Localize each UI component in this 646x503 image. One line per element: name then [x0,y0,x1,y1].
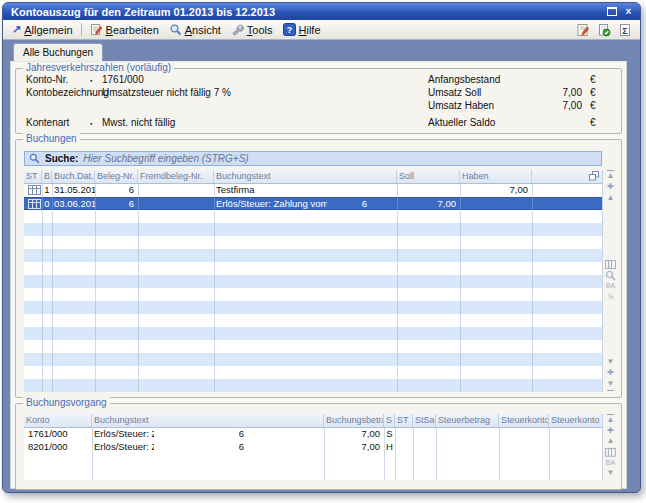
cell-konto: 8201/000 [24,441,92,454]
row-up-icon[interactable]: ▲ [607,193,615,204]
search-icon [29,153,40,164]
row-up-icon[interactable]: ▲ [607,436,615,447]
bullet-icon: ▪ [90,75,92,87]
col-soll[interactable]: Soll [397,170,460,183]
col-haben[interactable]: Haben [460,170,532,183]
empty-row [24,379,602,392]
help-icon: ? [283,23,296,36]
bullet-icon: ▪ [90,88,92,100]
cell-s: H [384,441,395,454]
fraction-icon[interactable]: ⅞ [608,292,614,303]
workspace: Alle Buchungen Jahresverkehrszahlen (vor… [3,40,640,493]
close-button[interactable]: × [621,5,636,18]
field-kontobezeichnung-label: Kontobezeichnung [26,87,109,99]
menu-separator [81,23,82,36]
columns-icon[interactable] [605,259,616,270]
row-down-icon[interactable]: ▼ [607,468,615,479]
field-umsatz-soll-value: 7,00 [486,87,582,99]
cell-b: 0 [42,198,52,211]
group-jahresverkehrszahlen: Jahresverkehrszahlen (vorläufig) Konto-N… [15,68,622,134]
notes-icon[interactable] [576,23,590,37]
cell-haben [460,198,532,211]
col-beleg-nr[interactable]: Beleg-Nr. [95,170,138,183]
empty-row [24,236,602,249]
bookings-side-toolbar: ▲ ✚ ▲ BA ⅞ ▼ ✚ ▼ [604,170,617,391]
cell-konto: 1761/000 [24,428,92,441]
col-extra [532,170,602,183]
empty-row [24,314,602,327]
approve-doc-icon[interactable] [597,23,611,37]
magnifier-icon [169,23,182,36]
menu-ansicht[interactable]: Ansicht [164,22,226,37]
row-down-icon[interactable]: ▼ [607,357,615,368]
col-buchdat[interactable]: Buch.Dat. [52,170,95,183]
cell-betrag: 7,00 [324,441,384,454]
empty-row [24,249,602,262]
currency-symbol: € [590,100,596,112]
col-st[interactable]: ST [395,414,413,427]
cell-text: Erlös/Steuer: Zahlung vom: 03.06.2013/ B… [94,428,154,441]
page-up-icon[interactable]: ✚ [607,182,614,193]
empty-row [24,454,602,467]
field-kontenart-value: Mwst. nicht fällig [102,117,175,129]
transaction-table: Konto Buchungstext Buchungsbetrag S ST S… [24,414,603,480]
ba-icon[interactable]: BA [606,458,615,469]
menu-tools-label: Tools [247,24,273,36]
cell-beleg-nr: 6 [95,198,138,211]
col-stsatz[interactable]: StSatz [413,414,436,427]
bookings-table-header: ST B Buch.Dat. Beleg-Nr. Fremdbeleg-Nr. … [24,170,602,184]
menu-tools[interactable]: Tools [226,22,278,37]
col-steuerkonto-2[interactable]: Steuerkonto 2 [549,414,602,427]
transaction-row[interactable]: 8201/000 Erlös/Steuer: Zahlung vom: 03.0… [24,441,602,454]
menu-hilfe[interactable]: ? Hilfe [278,22,326,37]
window-title: Kontoauszug für den Zeitraum 01.2013 bis… [11,6,602,18]
col-buchungstext[interactable]: Buchungstext [214,170,397,183]
empty-row [24,210,602,223]
currency-symbol: € [590,74,596,86]
field-kontenart-label: Kontenart [26,117,69,129]
booking-row-selected[interactable]: 0 03.06.2013 6 Erlös/Steuer: Zahlung vom… [24,197,602,210]
goto-first-icon[interactable]: ▲ [607,170,615,182]
sum-doc-icon[interactable]: Σ [618,23,632,37]
menu-bearbeiten-label: Bearbeiten [106,24,159,36]
cell-fremdbeleg-nr [138,198,214,211]
field-kontobezeichnung-value: Umsatzsteuer nicht fällig 7 % [102,87,231,99]
zoom-icon[interactable] [605,270,616,281]
columns-icon[interactable] [605,447,616,458]
empty-row [24,262,602,275]
page-down-icon[interactable]: ✚ [607,368,614,379]
empty-row [24,223,602,236]
group-buchungen: Buchungen Suche: Hier Suchbegriff eingeb… [15,139,622,398]
copy-icon[interactable] [589,171,600,181]
search-placeholder: Hier Suchbegriff eingeben (STRG+S) [83,153,248,164]
col-steuerkonto-1[interactable]: Steuerkonto 1 [499,414,549,427]
menu-bearbeiten[interactable]: Bearbeiten [85,22,164,37]
field-konto-nr-value: 1761/000 [102,74,144,86]
cell-haben: 7,00 [460,184,532,197]
titlebar[interactable]: Kontoauszug für den Zeitraum 01.2013 bis… [3,3,640,20]
col-steuerbetrag[interactable]: Steuerbetrag [436,414,499,427]
col-fremdbeleg-nr[interactable]: Fremdbeleg-Nr. [138,170,214,183]
goto-last-icon[interactable]: ▼ [607,379,615,391]
page-up-icon[interactable]: ✚ [607,426,614,437]
col-buchungsbetrag[interactable]: Buchungsbetrag [324,414,384,427]
field-anfangsbestand-label: Anfangsbestand [428,74,500,86]
col-st[interactable]: ST [24,170,42,183]
arrow-ne-icon: ↗ [12,24,21,35]
col-konto[interactable]: Konto [24,414,92,427]
page: Kontoauszug für den Zeitraum 01.2013 bis… [0,0,646,503]
goto-first-icon[interactable]: ▲ [607,414,615,426]
booking-row[interactable]: 1 31.05.2013 6 Testfirma 7,00 [24,184,602,197]
col-buchungstext[interactable]: Buchungstext [92,414,324,427]
transaction-row[interactable]: 1761/000 Erlös/Steuer: Zahlung vom: 03.0… [24,428,602,441]
cell-text: Erlös/Steuer: Zahlung vom: 03.06.2013/ B… [94,441,154,454]
empty-row [24,353,602,366]
col-s[interactable]: S [384,414,395,427]
search-bar[interactable]: Suche: Hier Suchbegriff eingeben (STRG+S… [24,151,602,166]
tab-alle-buchungen[interactable]: Alle Buchungen [13,43,103,61]
restore-button[interactable] [604,5,619,18]
menu-allgemein[interactable]: ↗ Allgemein [7,23,78,37]
ba-icon[interactable]: BA [606,281,615,292]
restore-icon [607,7,617,16]
col-b[interactable]: B [42,170,52,183]
